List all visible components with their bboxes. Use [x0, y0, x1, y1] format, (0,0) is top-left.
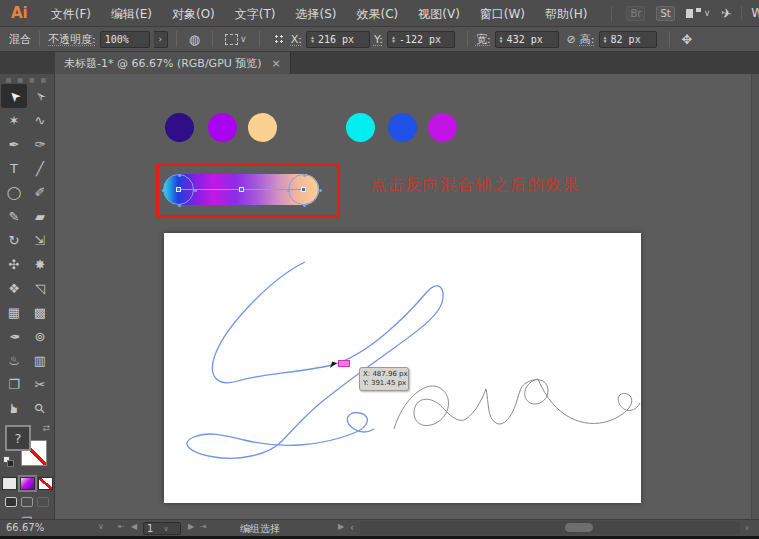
first-artboard-button[interactable]: ⇤ — [118, 522, 125, 531]
bridge-button[interactable]: Br — [626, 6, 645, 21]
swatch-magenta[interactable] — [428, 113, 457, 142]
y-label[interactable]: Y: — [374, 33, 383, 46]
zoom-tool[interactable]: ⚲ — [27, 396, 53, 420]
menu-item-1[interactable]: 编辑(E) — [101, 7, 162, 21]
reference-point-grid[interactable] — [274, 34, 285, 45]
height-spinner[interactable]: ▲▼ — [604, 35, 607, 43]
opacity-field[interactable]: 100% — [100, 31, 150, 48]
chevron-down-icon[interactable]: ∨ — [240, 34, 247, 44]
selection-handle[interactable] — [178, 204, 181, 207]
opacity-label[interactable]: 不透明度: — [48, 32, 96, 47]
swatch-peach[interactable] — [248, 113, 277, 142]
anchor-point[interactable] — [301, 187, 306, 192]
slice-tool[interactable]: ✂ — [27, 372, 53, 396]
fill-swatch[interactable]: ? — [5, 425, 31, 451]
curvature-tool[interactable]: ✑ — [27, 132, 53, 156]
draw-inside-button[interactable] — [37, 497, 49, 507]
artboard[interactable]: X: 487.96 px Y: 391.45 px — [164, 233, 641, 503]
selection-tool[interactable]: ➤ — [1, 84, 27, 108]
swatch-cyan[interactable] — [346, 113, 375, 142]
stock-button[interactable]: St — [656, 6, 674, 21]
swatch-violet[interactable] — [208, 113, 237, 142]
pencil-tool[interactable]: ✎ — [1, 204, 27, 228]
menu-item-4[interactable]: 选择(S) — [286, 7, 347, 21]
paintbrush-tool[interactable]: ✐ — [27, 180, 53, 204]
perspective-grid-tool[interactable]: ◹ — [27, 276, 53, 300]
last-artboard-button[interactable]: ⇥ — [200, 522, 207, 531]
swatch-blue[interactable] — [388, 113, 417, 142]
x-spinner[interactable]: ▲▼ — [311, 35, 314, 43]
eyedropper-tool[interactable]: ✒ — [1, 324, 27, 348]
direct-selection-tool[interactable]: ➢ — [27, 84, 53, 108]
selection-handle[interactable] — [303, 174, 306, 177]
type-tool[interactable]: T — [1, 156, 27, 180]
vertical-scrollbar[interactable] — [751, 74, 759, 519]
selection-handle[interactable] — [162, 189, 165, 192]
symbol-sprayer-tool[interactable]: ♨ — [1, 348, 27, 372]
recolor-artwork-icon[interactable]: ◍ — [189, 32, 200, 47]
select-similar-icon[interactable] — [225, 34, 238, 45]
selection-handle[interactable] — [178, 174, 181, 177]
scroll-right-icon[interactable]: › — [745, 522, 749, 533]
menu-item-5[interactable]: 效果(C) — [346, 7, 408, 21]
scale-tool[interactable]: ⇲ — [27, 228, 53, 252]
next-artboard-button[interactable]: ▶ — [188, 522, 194, 531]
zoom-dropdown-icon[interactable]: ∨ — [98, 522, 104, 531]
pen-tool[interactable]: ✒ — [1, 132, 27, 156]
swatch-dark-indigo[interactable] — [165, 113, 194, 142]
selection-handle[interactable] — [287, 189, 290, 192]
workspace-label-clipped[interactable]: W — [741, 6, 759, 20]
status-expand-icon[interactable]: ▶ — [338, 522, 344, 531]
blend-tool[interactable]: ⊚ — [27, 324, 53, 348]
eraser-tool[interactable]: ▰ — [27, 204, 53, 228]
menu-item-6[interactable]: 视图(V) — [408, 7, 470, 21]
width-tool[interactable]: ✣ — [1, 252, 27, 276]
shape-builder-tool[interactable]: ❖ — [1, 276, 27, 300]
puppet-warp-tool[interactable]: ✸ — [27, 252, 53, 276]
selection-handle[interactable] — [194, 189, 197, 192]
document-tab[interactable]: 未标题-1* @ 66.67% (RGB/GPU 预览) × — [55, 52, 291, 74]
selection-handle[interactable] — [303, 204, 306, 207]
height-field[interactable]: ▲▼ 82 px — [599, 31, 657, 48]
y-spinner[interactable]: ▲▼ — [392, 35, 395, 43]
opacity-expand-button[interactable]: › — [154, 31, 168, 48]
horizontal-scrollbar[interactable] — [360, 521, 740, 534]
artboard-tool[interactable]: ❐ — [1, 372, 27, 396]
menu-item-8[interactable]: 帮助(H) — [535, 7, 597, 21]
constrain-proportions-icon[interactable]: ⊘ — [567, 33, 576, 46]
swap-fill-stroke-icon[interactable]: ⇄ — [42, 423, 50, 433]
mesh-tool[interactable]: ▦ — [1, 300, 27, 324]
scroll-left-icon[interactable]: ‹ — [350, 522, 354, 533]
x-field[interactable]: ▲▼ 216 px — [306, 31, 370, 48]
selection-handle[interactable] — [319, 189, 322, 192]
x-label[interactable]: X: — [291, 33, 302, 46]
menu-item-3[interactable]: 文字(T) — [225, 7, 286, 21]
draw-behind-button[interactable] — [21, 497, 33, 507]
width-field[interactable]: ▲▼ 432 px — [495, 31, 559, 48]
anchor-point[interactable] — [176, 187, 181, 192]
menu-item-0[interactable]: 文件(F) — [41, 7, 101, 21]
share-icon[interactable]: ✈ — [720, 5, 733, 22]
prev-artboard-button[interactable]: ◀ — [131, 522, 137, 531]
color-mode-button[interactable] — [2, 477, 17, 490]
horizontal-scrollbar-thumb[interactable] — [565, 523, 593, 532]
width-label[interactable]: 宽: — [476, 32, 491, 47]
status-text[interactable]: 编组选择 — [240, 522, 280, 536]
artboard-number-field[interactable]: 1∨ — [143, 522, 181, 535]
line-segment-tool[interactable]: ╱ — [27, 156, 53, 180]
width-spinner[interactable]: ▲▼ — [500, 35, 503, 43]
ellipse-tool[interactable]: ◯ — [1, 180, 27, 204]
menu-item-2[interactable]: 对象(O) — [162, 7, 225, 21]
menu-item-7[interactable]: 窗口(W) — [470, 7, 535, 21]
gradient-mode-button[interactable] — [20, 477, 35, 490]
lasso-tool[interactable]: ∿ — [27, 108, 53, 132]
hand-tool[interactable]: ☛ — [1, 396, 27, 420]
draw-normal-button[interactable] — [5, 497, 17, 507]
panel-grip[interactable]: ■ ■ ■ ■ — [0, 74, 54, 84]
canvas-area[interactable]: 点击反向混合轴之后的效果 X: 487.96 px Y: 391.45 px — [56, 74, 759, 519]
none-mode-button[interactable] — [38, 477, 53, 490]
selected-anchor-marker[interactable] — [338, 360, 350, 367]
y-field[interactable]: ▲▼ -122 px — [387, 31, 455, 48]
transform-icon[interactable]: ✥ — [682, 32, 693, 47]
close-icon[interactable]: × — [272, 57, 281, 70]
